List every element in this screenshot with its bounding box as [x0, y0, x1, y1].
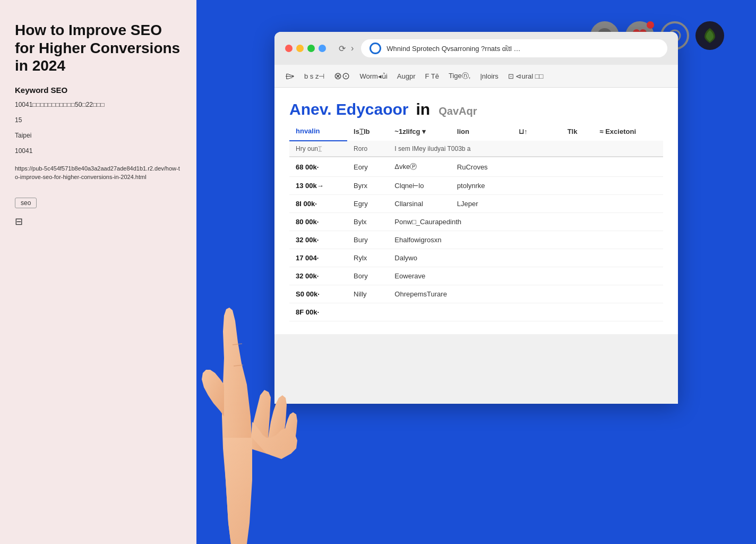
browser-titlebar: ⟳ › Whnind Sprotech Qvsarroning ?rnats α…: [274, 32, 678, 65]
toolbar-tiger[interactable]: Tigeⓝ,: [449, 71, 470, 81]
subheader-2: Roro: [347, 141, 388, 157]
content-title: Anev. Edycaoor in QavAqr: [289, 100, 663, 118]
col-header-3: ~1zlifcg ▾: [388, 122, 450, 141]
svg-line-5: [234, 365, 243, 366]
col-header-1: hnvalin: [289, 122, 347, 141]
cell-col3: [388, 303, 450, 321]
notification-badge: [647, 21, 654, 29]
cell-col5: [512, 213, 543, 231]
cell-col2: Byrx: [347, 177, 388, 195]
seo-tag[interactable]: seo: [15, 198, 37, 208]
cell-col6: [543, 231, 561, 249]
cell-col5: [512, 231, 543, 249]
cell-col3: Ponw□_Caurapedinth: [388, 213, 512, 231]
content-title-blue: Anev. Edycaoor: [289, 100, 409, 118]
toolbar-worm[interactable]: Worm◂ủi: [359, 72, 387, 80]
site-icon: [370, 42, 381, 54]
cell-vol: 32 00k·: [289, 267, 347, 285]
cell-col6: [543, 249, 561, 267]
zip: 10041: [15, 146, 182, 156]
browser-nav: ⟳ ›: [339, 44, 354, 54]
cell-col8: [593, 303, 663, 321]
cell-col7: [561, 267, 594, 285]
cell-col5: [512, 285, 543, 303]
cell-col7: [561, 231, 594, 249]
table-row: 8I 00k· Egry Cllarsinal LJeper: [289, 195, 663, 213]
close-button[interactable]: [285, 45, 293, 52]
cell-col6: [543, 195, 561, 213]
cell-col5: [512, 177, 543, 195]
col-header-4: lion: [451, 122, 512, 141]
col-header-7: Tlk: [561, 122, 594, 141]
cell-col3: Ehalfowigrosxn: [388, 231, 512, 249]
table-row: 17 004· Rylx Dalywo: [289, 249, 663, 267]
cell-col2: [347, 303, 388, 321]
cell-col4: RuCroves: [451, 157, 512, 177]
minimize-button[interactable]: [296, 45, 304, 52]
cell-col8: [593, 249, 663, 267]
col-header-5: ⊔↑: [512, 122, 543, 141]
cell-col2: Eory: [347, 157, 388, 177]
table-row: 32 00k· Bury Ehalfowigrosxn: [289, 231, 663, 249]
meta-line1: 10041□□□□□□□□□□□50□22□□□: [15, 100, 182, 110]
toolbar-ural[interactable]: ⊡ ⊲ural □□: [508, 72, 544, 80]
cell-col7: [561, 303, 594, 321]
toolbar-item-2[interactable]: ⊗⊙: [334, 70, 350, 82]
floating-icon-4: [695, 21, 724, 50]
cell-col2: Bury: [347, 231, 388, 249]
cell-col6: [543, 177, 561, 195]
nav-forward-icon[interactable]: ›: [351, 44, 354, 53]
svg-line-6: [233, 344, 242, 345]
table-row: 13 00k→ Byrx Clqne⊢lo ptolynrke: [289, 177, 663, 195]
cell-col8: [593, 213, 663, 231]
cell-col7: [561, 177, 594, 195]
city: Taipei: [15, 131, 182, 141]
nav-back-icon[interactable]: ⟳: [339, 44, 346, 54]
cell-col6: [543, 213, 561, 231]
address-text: Whnind Sprotech Qvsarroning ?rnats αἲtl …: [386, 45, 659, 53]
expand-icon[interactable]: ⊟: [15, 216, 182, 227]
extra-button[interactable]: [319, 45, 326, 52]
cell-col8: [593, 285, 663, 303]
cell-col6: [543, 285, 561, 303]
right-panel: ⟳ › Whnind Sprotech Qvsarroning ?rnats α…: [196, 0, 756, 544]
table-row: 80 00k· Bylx Ponw□_Caurapedinth: [289, 213, 663, 231]
cell-col5: [512, 249, 543, 267]
cell-col5: [512, 303, 543, 321]
article-title: How to Improve SEO for Higher Conversion…: [15, 21, 182, 75]
toolbar-home-icon[interactable]: ⌲: [285, 71, 295, 82]
keyword-label: Keyword SEO: [15, 86, 182, 95]
browser-content: Anev. Edycaoor in QavAqr hnvalin ls⌶lb ~…: [274, 88, 678, 334]
cell-col3: OhrepemsTurare: [388, 285, 512, 303]
table-body: 68 00k· Eory ΔvkeⓅ RuCroves 13 00k→ Byrx…: [289, 157, 663, 321]
subheader-3: I sem IMey iludyai T003b a: [388, 141, 663, 157]
cell-col3: Eowerave: [388, 267, 512, 285]
browser-window: ⟳ › Whnind Sprotech Qvsarroning ?rnats α…: [274, 32, 678, 404]
cell-col7: [561, 213, 594, 231]
toolbar-nloirs[interactable]: |nloirs: [480, 72, 498, 80]
col-header-2: ls⌶lb: [347, 122, 388, 141]
maximize-button[interactable]: [307, 45, 315, 52]
table-row: 8F 00k·: [289, 303, 663, 321]
meta-line2: 15: [15, 115, 182, 125]
address-bar[interactable]: Whnind Sprotech Qvsarroning ?rnats αἲtl …: [361, 39, 667, 57]
cell-col5: [512, 157, 543, 177]
cell-col5: [512, 195, 543, 213]
toolbar-augpr[interactable]: Augpr: [397, 72, 416, 80]
cell-col4: [451, 303, 512, 321]
article-url[interactable]: https://pub-5c454f571b8e40a3a2aad27ade84…: [15, 164, 182, 182]
cell-col6: [543, 267, 561, 285]
table-row: 32 00k· Bory Eowerave: [289, 267, 663, 285]
table-row: 68 00k· Eory ΔvkeⓅ RuCroves: [289, 157, 663, 177]
content-subtitle: QavAqr: [439, 105, 477, 117]
cell-col8: [593, 231, 663, 249]
cell-vol: 80 00k·: [289, 213, 347, 231]
cell-col7: [561, 157, 594, 177]
toolbar-f-te[interactable]: F Tē: [425, 72, 439, 80]
cell-vol: 13 00k→: [289, 177, 347, 195]
keyword-table: hnvalin ls⌶lb ~1zlifcg ▾ lion ⊔↑ Tlk ≈ E…: [289, 122, 663, 321]
cell-col7: [561, 285, 594, 303]
table-header: hnvalin ls⌶lb ~1zlifcg ▾ lion ⊔↑ Tlk ≈ E…: [289, 122, 663, 157]
col-header-6: [543, 122, 561, 141]
toolbar-item-1[interactable]: b s z⊣: [304, 72, 324, 80]
